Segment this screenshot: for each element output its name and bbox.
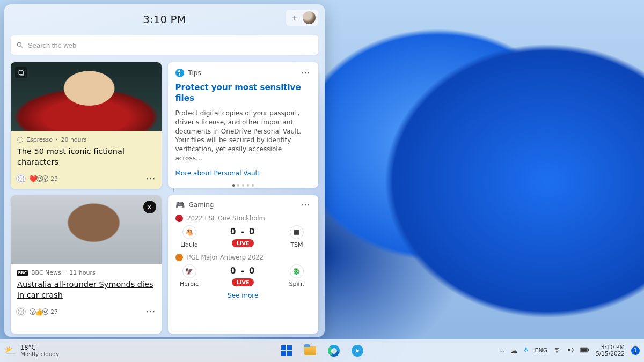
news-card[interactable]: Espresso · 20 hours The 50 most iconic f… <box>11 62 162 189</box>
event-icon <box>175 254 183 261</box>
onedrive-icon[interactable]: ☁ <box>510 346 517 354</box>
start-button[interactable] <box>276 342 297 360</box>
news-headline[interactable]: The 50 most iconic fictional characters <box>11 145 162 172</box>
tip-title[interactable]: Protect your most sensitive files <box>175 83 311 104</box>
card-more-button[interactable]: ⋯ <box>146 176 156 181</box>
live-badge: LIVE <box>232 239 254 247</box>
slideshow-icon <box>15 67 27 78</box>
reactions-icon: 😮👍😢 <box>29 308 47 316</box>
article-age: 11 hours <box>69 269 95 276</box>
tips-widget: Tips ⋯ Protect your most sensitive files… <box>168 62 319 188</box>
team-logo <box>182 225 196 239</box>
team-name: Liquid <box>180 241 198 248</box>
edge-icon <box>328 345 340 357</box>
microphone-icon[interactable] <box>523 346 529 355</box>
gaming-widget: 🎮 Gaming ⋯ 2022 ESL One Stockholm Liquid… <box>168 195 319 334</box>
weather-icon: ⛅ <box>4 345 16 356</box>
svg-point-7 <box>20 311 20 312</box>
reactions-count: 29 <box>50 175 58 182</box>
svg-point-6 <box>18 309 24 315</box>
add-widget-button[interactable]: ＋ <box>289 12 301 24</box>
widgets-panel: 3:10 PM ＋ <box>4 4 325 337</box>
file-explorer-icon <box>304 346 316 355</box>
battery-icon[interactable] <box>580 346 589 354</box>
event-name[interactable]: 2022 ESL One Stockholm <box>187 215 265 222</box>
svg-rect-12 <box>588 349 589 351</box>
weather-widget-button[interactable]: ⛅ 18°C Mostly cloudy <box>4 344 59 357</box>
team-logo <box>182 264 196 278</box>
user-avatar[interactable] <box>303 11 316 24</box>
gaming-icon: 🎮 <box>175 201 185 209</box>
wifi-icon[interactable] <box>553 346 561 355</box>
svg-point-5 <box>22 178 23 178</box>
svg-rect-13 <box>581 349 587 352</box>
news-headline[interactable]: Australia all-rounder Symonds dies in ca… <box>11 278 162 305</box>
telegram-button[interactable]: ➤ <box>347 342 368 360</box>
publisher-name: BBC News <box>31 269 61 276</box>
pager-dots[interactable] <box>175 184 311 187</box>
widget-more-button[interactable]: ⋯ <box>301 202 311 208</box>
widget-title: Gaming <box>189 201 214 209</box>
news-thumbnail <box>11 62 162 131</box>
telegram-icon: ➤ <box>352 345 363 357</box>
event-icon <box>175 215 183 222</box>
windows-icon <box>281 345 292 356</box>
taskbar: ⛅ 18°C Mostly cloudy ➤ ︿ ☁ ENG <box>0 339 644 362</box>
reactions-icon: ❤️😍😮 <box>29 175 47 183</box>
team-logo <box>290 264 304 278</box>
search-input[interactable] <box>28 41 313 49</box>
svg-point-8 <box>22 311 23 312</box>
publisher-icon: BBC <box>17 270 28 276</box>
dismiss-button[interactable]: ✕ <box>143 201 156 213</box>
widget-title: Tips <box>188 69 201 77</box>
card-more-button[interactable]: ⋯ <box>146 309 156 314</box>
news-thumbnail: ✕ <box>11 195 162 264</box>
weather-condition: Mostly cloudy <box>20 351 59 357</box>
publisher-icon <box>17 137 23 143</box>
tips-icon <box>175 69 184 77</box>
plus-icon: ＋ <box>290 12 299 24</box>
publisher-name: Espresso <box>26 136 53 143</box>
weather-temp: 18°C <box>20 344 59 351</box>
news-card[interactable]: ✕ BBC BBC News · 11 hours Australia all-… <box>11 195 162 334</box>
team-name: Spirit <box>289 280 305 287</box>
widgets-clock: 3:10 PM <box>143 13 186 26</box>
team-name: Heroic <box>180 280 199 287</box>
tip-link[interactable]: More about Personal Vault <box>175 169 311 177</box>
search-box[interactable] <box>11 35 318 55</box>
tray-overflow-button[interactable]: ︿ <box>500 347 505 354</box>
close-icon: ✕ <box>147 203 152 211</box>
svg-rect-2 <box>19 70 23 75</box>
svg-point-10 <box>557 352 557 352</box>
search-icon <box>16 41 24 49</box>
volume-icon[interactable] <box>566 346 574 355</box>
file-explorer-button[interactable] <box>300 342 320 360</box>
reactions-count: 27 <box>50 308 58 315</box>
notifications-button[interactable]: 1 <box>631 346 640 355</box>
language-button[interactable]: ENG <box>535 347 547 354</box>
react-button[interactable] <box>16 174 26 183</box>
svg-point-4 <box>20 178 20 178</box>
article-age: 20 hours <box>61 136 86 143</box>
taskbar-clock[interactable]: 3:10 PM 5/15/2022 <box>596 344 625 357</box>
match-score: 0 - 0 <box>230 266 256 276</box>
match-row[interactable]: Liquid 0 - 0 LIVE TSM <box>175 225 311 248</box>
tip-body: Protect digital copies of your passport,… <box>175 109 311 163</box>
match-row[interactable]: Heroic 0 - 0 LIVE Spirit <box>175 264 311 287</box>
match-score: 0 - 0 <box>230 227 256 237</box>
widget-more-button[interactable]: ⋯ <box>301 70 311 76</box>
see-more-link[interactable]: See more <box>175 292 311 299</box>
team-name: TSM <box>290 241 303 248</box>
svg-point-0 <box>17 42 21 46</box>
event-name[interactable]: PGL Major Antwerp 2022 <box>187 254 264 261</box>
svg-rect-9 <box>525 348 527 351</box>
svg-line-1 <box>21 46 23 48</box>
team-logo <box>290 225 304 239</box>
live-badge: LIVE <box>232 278 254 286</box>
react-button[interactable] <box>16 307 26 316</box>
edge-button[interactable] <box>324 342 344 360</box>
